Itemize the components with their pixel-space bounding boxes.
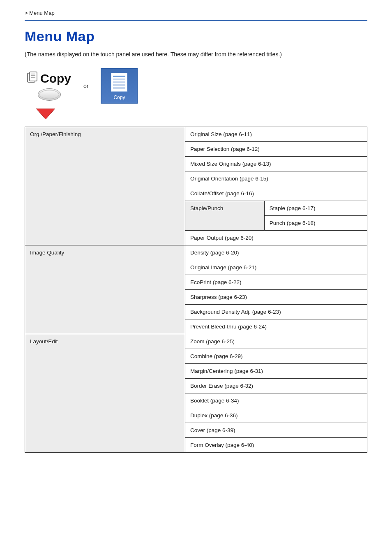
item-cell: Mixed Size Originals (page 6-13) [185, 157, 367, 171]
category-cell: Image Quality [25, 245, 185, 334]
table-row: Layout/Edit Zoom (page 6-25) [25, 334, 367, 349]
copy-doc-icon [27, 72, 38, 86]
function-selector-row: Copy or Copy [25, 68, 367, 104]
copy-hardkey-text: Copy [40, 72, 71, 86]
copy-hardkey-label: Copy [27, 72, 71, 86]
menu-map-table: Org./Paper/Finishing Original Size (page… [25, 127, 367, 453]
table-row: Image Quality Density (page 6-20) [25, 245, 367, 260]
item-cell: Sharpness (page 6-23) [185, 290, 367, 305]
item-cell: Density (page 6-20) [185, 245, 367, 260]
breadcrumb: > Menu Map [25, 10, 367, 20]
copy-tile-doc-icon [111, 73, 127, 92]
copy-tile-label: Copy [113, 95, 125, 100]
item-cell: Prevent Bleed-thru (page 6-24) [185, 319, 367, 334]
item-cell: Booklet (page 6-34) [185, 393, 367, 408]
item-cell: Original Image (page 6-21) [185, 260, 367, 275]
subcategory-cell: Staple/Punch [185, 201, 265, 231]
category-cell: Layout/Edit [25, 334, 185, 453]
table-row: Org./Paper/Finishing Original Size (page… [25, 127, 367, 142]
item-cell: Original Size (page 6-11) [185, 127, 367, 142]
intro-text: (The names displayed on the touch panel … [25, 51, 367, 58]
item-cell: Punch (page 6-18) [264, 216, 367, 231]
item-cell: Staple (page 6-17) [264, 201, 367, 216]
item-cell: Background Density Adj. (page 6-23) [185, 305, 367, 319]
copy-hardkey-block: Copy [27, 72, 71, 101]
item-cell: Paper Selection (page 6-12) [185, 142, 367, 157]
header-rule [25, 20, 367, 21]
item-cell: EcoPrint (page 6-22) [185, 275, 367, 290]
item-cell: Zoom (page 6-25) [185, 334, 367, 349]
item-cell: Margin/Centering (page 6-31) [185, 364, 367, 379]
item-cell: Duplex (page 6-36) [185, 408, 367, 423]
svg-rect-1 [30, 72, 37, 81]
item-cell: Border Erase (page 6-32) [185, 379, 367, 393]
down-arrow-icon [36, 109, 367, 120]
category-cell: Org./Paper/Finishing [25, 127, 185, 245]
page-title: Menu Map [25, 28, 367, 44]
item-cell: Paper Output (page 6-20) [185, 231, 367, 245]
item-cell: Original Orientation (page 6-15) [185, 171, 367, 186]
item-cell: Collate/Offset (page 6-16) [185, 186, 367, 201]
copy-touch-tile[interactable]: Copy [101, 68, 138, 104]
copy-hardkey-button[interactable] [38, 88, 61, 101]
item-cell: Cover (page 6-39) [185, 423, 367, 438]
item-cell: Form Overlay (page 6-40) [185, 438, 367, 453]
svg-marker-5 [36, 109, 55, 119]
item-cell: Combine (page 6-29) [185, 349, 367, 364]
or-label: or [83, 83, 88, 89]
